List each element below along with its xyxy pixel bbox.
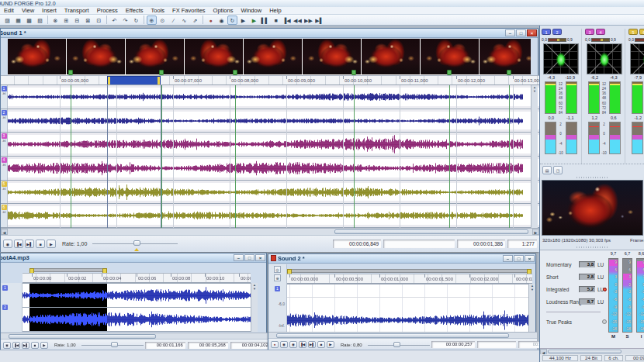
marker-tag[interactable] bbox=[159, 70, 164, 75]
magnify-tool-icon[interactable]: ⊙ bbox=[158, 16, 168, 25]
sound1-rate-slider[interactable] bbox=[92, 240, 178, 249]
cut-icon[interactable]: ⊗ bbox=[50, 16, 61, 25]
scroll-thumb[interactable] bbox=[548, 350, 621, 353]
mp3-waveform-channel-1[interactable] bbox=[23, 284, 251, 307]
render-as-icon[interactable]: ▧ bbox=[35, 16, 45, 25]
minimize-button[interactable]: – bbox=[503, 255, 513, 262]
mp3-play-button[interactable]: ▶ bbox=[40, 342, 48, 349]
edit-tool-icon[interactable]: ⊕ bbox=[147, 16, 157, 25]
channel-number-badge[interactable]: 2 bbox=[552, 29, 562, 35]
waveform-channel-6[interactable] bbox=[8, 205, 523, 226]
sound2-play-button[interactable]: ▶ bbox=[327, 341, 334, 348]
sound1-waveform-area[interactable]: 1-Inf.2-Inf.3-Inf.4-Inf.5-Inf.6-Inf. bbox=[1, 85, 539, 228]
mp3-waveform-area[interactable] bbox=[23, 283, 251, 332]
marker-tag[interactable] bbox=[68, 70, 73, 75]
scroll-right-arrow[interactable]: ▶ bbox=[532, 229, 539, 235]
sound2-rate-slider[interactable] bbox=[368, 341, 430, 349]
redo-icon[interactable]: ↷ bbox=[120, 16, 130, 25]
menu-transport[interactable]: Transport bbox=[61, 7, 93, 14]
sound2-go-to-start-button[interactable]: ▐◀ bbox=[299, 341, 306, 348]
menu-window[interactable]: Window bbox=[237, 7, 265, 14]
slider-thumb[interactable] bbox=[111, 342, 118, 347]
marker-tag[interactable] bbox=[507, 70, 511, 75]
menu-process[interactable]: Process bbox=[93, 7, 122, 14]
maximize-button[interactable]: □ bbox=[244, 254, 254, 261]
minimize-button[interactable]: – bbox=[505, 29, 515, 36]
lock-icon[interactable]: ◎ bbox=[274, 266, 281, 273]
undo-icon[interactable]: ↶ bbox=[109, 16, 119, 25]
maximize-button[interactable]: □ bbox=[516, 29, 526, 36]
sound1-record-button[interactable]: ◉ bbox=[3, 240, 12, 248]
meter-settings-icon[interactable]: ◳ bbox=[553, 166, 563, 174]
sound2-loop-playback-button[interactable]: ◉ bbox=[280, 341, 288, 348]
waveform-channel-4[interactable] bbox=[8, 157, 523, 179]
mp3-go-to-end-button[interactable]: ▶▌ bbox=[22, 342, 29, 349]
mp3-stop-button[interactable]: ■ bbox=[31, 342, 39, 349]
sound2-record-button[interactable]: ◉ bbox=[289, 341, 297, 348]
panel-scrollbar[interactable]: ◀ bbox=[540, 348, 644, 354]
sound2-waveform-area[interactable] bbox=[287, 284, 531, 332]
menu-help[interactable]: Help bbox=[265, 7, 285, 14]
forward-icon[interactable]: ▶▶ bbox=[303, 16, 313, 25]
mp3-time-ruler[interactable]: 00:00:0000:00:0200:00:0400:00:0600:00:08… bbox=[23, 273, 251, 283]
sound1-stop-button[interactable]: ■ bbox=[36, 240, 45, 248]
repeat-icon[interactable]: ↻ bbox=[131, 16, 141, 25]
mp3-titlebar[interactable]: ootA4.mp3 –□× bbox=[1, 253, 266, 263]
loop-record-icon[interactable]: ◉ bbox=[216, 16, 227, 25]
channel-number-badge[interactable]: 1 bbox=[275, 286, 280, 291]
play-icon[interactable]: ▶ bbox=[249, 16, 259, 25]
menu-options[interactable]: Options bbox=[209, 7, 237, 14]
sound2-record-button[interactable]: ● bbox=[271, 341, 279, 348]
paste-icon[interactable]: ⊟ bbox=[72, 16, 82, 25]
sound2-stop-button[interactable]: ■ bbox=[317, 341, 325, 348]
close-button[interactable]: × bbox=[527, 29, 537, 36]
rewind-icon[interactable]: ◀◀ bbox=[293, 16, 303, 25]
pencil-tool-icon[interactable]: ∕ bbox=[168, 16, 178, 25]
copy-meter-values-icon[interactable]: ▤ bbox=[542, 166, 552, 174]
record-icon[interactable]: ● bbox=[206, 16, 216, 25]
sound1-go-to-start-button[interactable]: ▐◀ bbox=[14, 240, 23, 248]
channel-number-badge[interactable]: 1 bbox=[2, 86, 7, 91]
save-all-icon[interactable]: ▩ bbox=[24, 16, 34, 25]
menu-tools[interactable]: Tools bbox=[147, 7, 169, 14]
menu-edit[interactable]: Edit bbox=[0, 7, 18, 14]
slider-thumb[interactable] bbox=[393, 342, 400, 347]
channel-number-badge[interactable]: 4 bbox=[2, 157, 7, 163]
channel-number-badge[interactable]: 2 bbox=[2, 110, 7, 115]
envelope-tool-icon[interactable]: ∿ bbox=[179, 16, 189, 25]
sound1-play-button[interactable]: ▶ bbox=[47, 240, 56, 248]
mp3-rate-slider[interactable] bbox=[81, 341, 144, 349]
channel-number-badge[interactable]: 5 bbox=[2, 181, 7, 187]
marker-tag[interactable] bbox=[351, 70, 356, 75]
sound2-time-ruler[interactable]: 00:00:00,00000:00:00,50000:00:01,00000:0… bbox=[287, 274, 532, 284]
stop-icon[interactable]: ■ bbox=[271, 16, 281, 25]
go-to-end-icon[interactable]: ▶▌ bbox=[314, 16, 324, 25]
loop-playback-icon[interactable]: ↻ bbox=[227, 16, 237, 25]
sound1-time-ruler[interactable]: 00:00:05,00000:00:06,00000:00:07,00000:0… bbox=[1, 75, 539, 85]
marker-tag[interactable] bbox=[447, 70, 452, 75]
sound2-go-to-end-button[interactable]: ▶▌ bbox=[308, 341, 316, 348]
channel-number-badge[interactable]: 2 bbox=[2, 305, 8, 310]
slider-thumb[interactable] bbox=[133, 240, 140, 246]
mp3-vertical-scrollbar[interactable]: ▲▼ bbox=[251, 283, 258, 332]
menu-insert[interactable]: Insert bbox=[38, 7, 61, 14]
mp3-go-to-start-button[interactable]: ▐◀ bbox=[12, 342, 20, 349]
waveform-channel-1[interactable] bbox=[8, 86, 523, 108]
external-editor-icon[interactable]: ⇗ bbox=[190, 16, 200, 25]
waveform-channel-5[interactable] bbox=[8, 181, 523, 203]
scroll-left-arrow[interactable]: ◀ bbox=[1, 229, 8, 235]
channel-number-badge[interactable]: 6 bbox=[639, 29, 644, 35]
sound1-horizontal-scrollbar[interactable]: ◀▶ bbox=[1, 228, 539, 235]
sound2-loop-region[interactable] bbox=[287, 269, 531, 273]
scroll-thumb[interactable] bbox=[334, 229, 528, 234]
mp3-loop-region[interactable] bbox=[29, 268, 107, 272]
sound1-vertical-scrollbar[interactable]: ▲▼ bbox=[531, 85, 538, 228]
play-all-icon[interactable]: ▶ bbox=[238, 16, 248, 25]
close-button[interactable]: × bbox=[255, 254, 265, 261]
sound2-waveform[interactable] bbox=[287, 284, 531, 333]
pause-icon[interactable]: ▌▌ bbox=[260, 16, 270, 25]
waveform-channel-2[interactable] bbox=[8, 110, 523, 132]
minimize-button[interactable]: – bbox=[234, 254, 244, 261]
open-icon[interactable]: ▨ bbox=[2, 16, 12, 25]
channel-number-badge[interactable]: 4 bbox=[596, 29, 605, 35]
